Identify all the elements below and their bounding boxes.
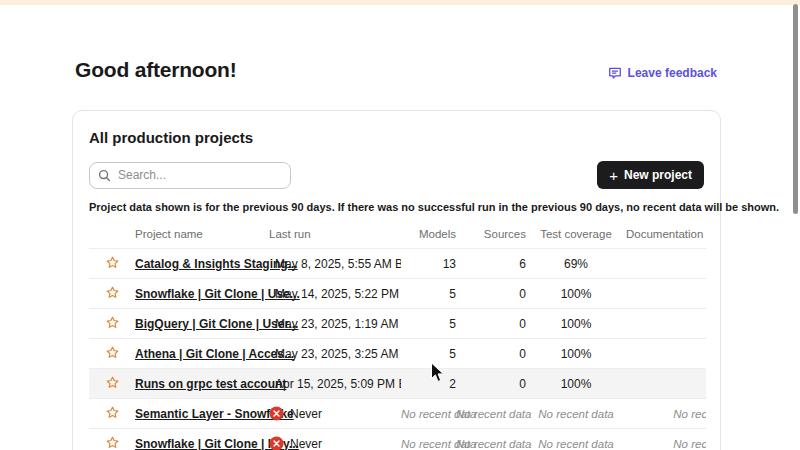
test-coverage-value: 100%: [526, 369, 626, 399]
favorite-star-icon: [105, 255, 120, 270]
favorite-star-icon: [105, 315, 120, 330]
table-header-row: Project name Last run Models Sources Tes…: [89, 222, 706, 249]
favorite-star-button[interactable]: [105, 345, 120, 360]
models-value: 2: [401, 369, 456, 399]
table-row: Catalog & Insights Staging...May 8, 2025…: [89, 249, 706, 279]
favorite-star-icon: [105, 405, 120, 420]
projects-table: Project name Last run Models Sources Tes…: [89, 222, 706, 450]
column-documentation-coverage: Documentation coverage: [626, 222, 706, 249]
column-sources: Sources: [456, 222, 526, 249]
sources-value: No recent data: [456, 429, 526, 450]
error-x-icon: [269, 406, 284, 421]
feedback-bubble-icon: [608, 66, 622, 80]
new-project-button[interactable]: + New project: [597, 161, 704, 189]
test-coverage-value: 69%: [526, 249, 626, 279]
documentation-coverage-value: No recent data: [626, 429, 706, 450]
column-project-name: Project name: [135, 222, 269, 249]
search-box: [89, 162, 291, 189]
column-last-run: Last run: [269, 222, 401, 249]
test-coverage-value: 100%: [526, 309, 626, 339]
test-coverage-value: No recent data: [526, 399, 626, 429]
error-x-icon: [269, 436, 284, 450]
models-value: No recent data: [401, 429, 456, 450]
models-value: 13: [401, 249, 456, 279]
dashboard-page: { "page": { "greeting": "Good afternoon!…: [0, 0, 800, 450]
last-run-value: May 23, 2025, 3:25 AM B: [275, 347, 401, 361]
favorite-star-icon: [105, 435, 120, 450]
documentation-coverage-value: [626, 369, 706, 399]
search-input[interactable]: [89, 162, 291, 189]
plus-icon: +: [609, 168, 618, 183]
page-title: Good afternoon!: [75, 58, 236, 82]
favorite-star-icon: [105, 345, 120, 360]
sources-value: 0: [456, 309, 526, 339]
sources-value: 6: [456, 249, 526, 279]
leave-feedback-link[interactable]: Leave feedback: [608, 66, 717, 80]
favorite-star-button[interactable]: [105, 435, 120, 450]
documentation-coverage-value: [626, 309, 706, 339]
sources-value: 0: [456, 369, 526, 399]
column-favorite: [89, 222, 135, 249]
favorite-star-button[interactable]: [105, 255, 120, 270]
favorite-star-button[interactable]: [105, 315, 120, 330]
sources-value: No recent data: [456, 399, 526, 429]
table-row: Semantic Layer - SnowflakeNeverNo recent…: [89, 399, 706, 429]
projects-panel: All production projects + New project Pr…: [72, 110, 721, 450]
table-row: Snowflake | Git Clone | Use...May 14, 20…: [89, 279, 706, 309]
last-run-value: Never: [290, 407, 322, 421]
projects-table-container: Project name Last run Models Sources Tes…: [89, 222, 706, 450]
favorite-star-button[interactable]: [105, 375, 120, 390]
column-test-coverage: Test coverage: [526, 222, 626, 249]
models-value: 5: [401, 339, 456, 369]
test-coverage-value: 100%: [526, 339, 626, 369]
last-run-value: May 8, 2025, 5:55 AM BS: [275, 257, 401, 271]
documentation-coverage-value: [626, 279, 706, 309]
favorite-star-icon: [105, 285, 120, 300]
scrollbar-thumb[interactable]: [793, 4, 798, 214]
test-coverage-value: No recent data: [526, 429, 626, 450]
models-value: 5: [401, 309, 456, 339]
documentation-coverage-value: [626, 249, 706, 279]
table-row: Snowflake | Git Clone | Key...NeverNo re…: [89, 429, 706, 450]
last-run-value: Apr 15, 2025, 5:09 PM BS: [275, 377, 401, 391]
favorite-star-button[interactable]: [105, 405, 120, 420]
search-icon: [98, 169, 111, 182]
panel-controls: + New project: [89, 161, 704, 189]
favorite-star-icon: [105, 375, 120, 390]
data-notice: Project data shown is for the previous 9…: [89, 201, 704, 213]
last-run-value: May 14, 2025, 5:22 PM BS: [275, 287, 401, 301]
table-row: Athena | Git Clone | Acces...May 23, 202…: [89, 339, 706, 369]
project-name-link[interactable]: Runs on grpc test account: [135, 377, 286, 391]
column-models: Models: [401, 222, 456, 249]
last-run-value: May 23, 2025, 1:19 AM BS: [275, 317, 401, 331]
models-value: 5: [401, 279, 456, 309]
project-name-link[interactable]: Athena | Git Clone | Acces...: [135, 347, 294, 361]
table-row: Runs on grpc test accountApr 15, 2025, 5…: [89, 369, 706, 399]
sources-value: 0: [456, 339, 526, 369]
table-row: BigQuery | Git Clone | User...May 23, 20…: [89, 309, 706, 339]
last-run-value: Never: [290, 437, 322, 450]
project-name-link[interactable]: Catalog & Insights Staging...: [135, 257, 298, 271]
test-coverage-value: 100%: [526, 279, 626, 309]
new-project-label: New project: [624, 168, 692, 182]
sources-value: 0: [456, 279, 526, 309]
project-name-link[interactable]: BigQuery | Git Clone | User...: [135, 317, 298, 331]
documentation-coverage-value: [626, 339, 706, 369]
documentation-coverage-value: No recent data: [626, 399, 706, 429]
panel-title: All production projects: [89, 129, 704, 146]
models-value: No recent data: [401, 399, 456, 429]
favorite-star-button[interactable]: [105, 285, 120, 300]
leave-feedback-label: Leave feedback: [628, 66, 717, 80]
top-accent-bar: [0, 0, 800, 5]
